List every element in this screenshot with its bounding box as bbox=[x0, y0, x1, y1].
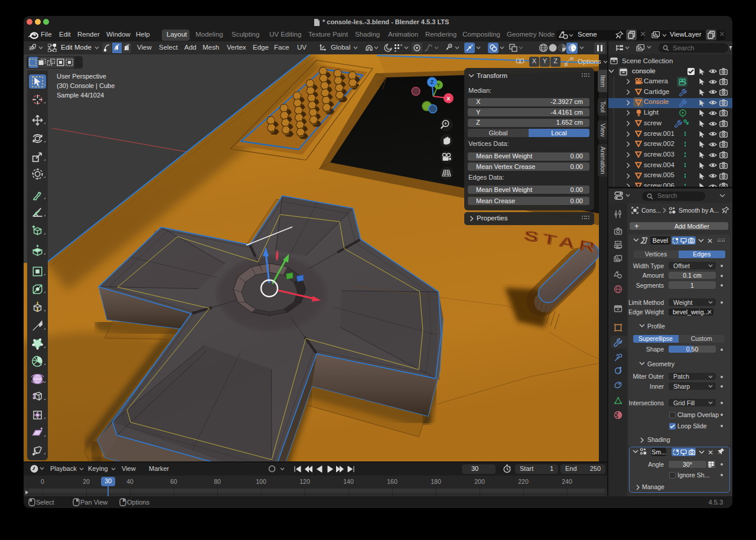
svg-text:Z: Z bbox=[431, 79, 434, 85]
svg-text:X: X bbox=[447, 96, 450, 102]
svg-text:Y: Y bbox=[437, 82, 441, 88]
